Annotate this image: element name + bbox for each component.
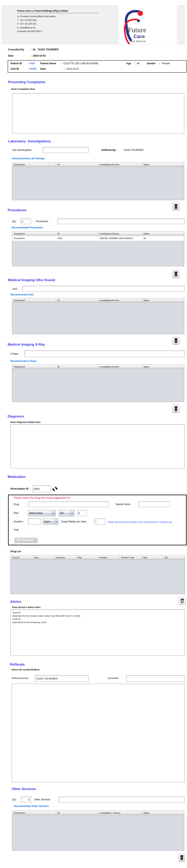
meal-timing-select[interactable]: Before Meal ▼ [28, 510, 56, 516]
delete-lab-button[interactable]: ↺ [173, 203, 179, 211]
procedures-table-body: Procedures 1555 DENTAL-CERAMIC ZIRCONIUM… [12, 236, 184, 266]
column-header[interactable]: ID [56, 162, 98, 166]
column-header[interactable]: ID [56, 811, 98, 815]
reffering-doctor-input[interactable] [35, 675, 88, 682]
delete-procedures-button[interactable]: ↺ [173, 270, 179, 278]
complaints-textarea[interactable] [12, 93, 184, 133]
procedures-input[interactable] [58, 219, 185, 224]
column-header[interactable]: Investigation/Service [98, 365, 142, 369]
visit-date-label: Date [40, 67, 46, 70]
company-address: Le Chainter,Victoria,Mahe,Seychelles [17, 14, 99, 18]
section-title-presenting-complaints: Presenting Complaints [8, 80, 45, 84]
consultant-input[interactable] [126, 675, 185, 682]
section-title-ultrasound: Medical Imaging Ultra Sound [8, 278, 55, 282]
referred-by-value: TAZIO TOURNIER [123, 149, 144, 151]
uss-label: USS : [12, 287, 18, 290]
duration-input[interactable] [28, 519, 41, 525]
delete-other-button[interactable]: ↺ [179, 854, 185, 862]
procedures-qty-input[interactable] [21, 219, 31, 224]
column-header[interactable]: Note [141, 555, 163, 559]
recommended-xray-link[interactable]: Recommended X-Rays [10, 360, 37, 363]
column-header[interactable]: Status [142, 231, 184, 236]
procedures-table: Department ID Investigation/Service Stat… [12, 231, 184, 266]
drug-list-body [11, 560, 185, 594]
advice-textarea[interactable]: Tooth 46 Impression for the ceramic crow… [10, 610, 185, 655]
column-header[interactable]: Way [76, 555, 98, 559]
procedures-label: Procedures : [36, 220, 49, 223]
column-header[interactable]: Qty [163, 555, 185, 559]
lab-investigation-input[interactable] [43, 147, 89, 153]
column-header[interactable]: Status [142, 365, 184, 369]
column-header[interactable]: Department [12, 298, 56, 302]
column-header[interactable]: Duration [98, 555, 119, 559]
recommended-procedures-link[interactable]: Recommended Procedures [12, 226, 43, 229]
logo-word-care: Care [134, 34, 145, 39]
column-header[interactable]: Department [12, 162, 56, 166]
column-header[interactable]: Status [142, 298, 184, 302]
times-per-day-input[interactable] [77, 510, 86, 516]
colon: : [26, 528, 26, 531]
xray-input[interactable] [25, 351, 185, 357]
column-header[interactable]: Department [12, 811, 56, 815]
plus-icon: + [17, 538, 21, 542]
other-qty-input[interactable] [21, 797, 32, 803]
column-header[interactable]: Investigation/Service [98, 162, 142, 166]
recommended-lab-link[interactable]: Recommended Lab Testings [12, 157, 45, 160]
age-label: Age [126, 62, 131, 65]
colon: : [28, 62, 29, 65]
column-header[interactable]: Investigation/Service [98, 231, 142, 236]
add-drug-button[interactable]: + Add Drug [14, 537, 38, 543]
chevron-down-icon: ▼ [54, 519, 58, 524]
refresh-prescription-button[interactable] [51, 486, 58, 492]
frequency-select[interactable]: OD ▼ [59, 510, 74, 516]
other-table-header: Department ID Investigation / Service St… [12, 811, 184, 815]
table-row[interactable]: Procedures 1555 DENTAL-CERAMIC ZIRCONIUM… [12, 236, 184, 241]
logo-word-future: Future [128, 26, 146, 34]
drug-selection-warning: Please select the Drug from Drug suggess… [14, 496, 70, 499]
drug-input[interactable] [28, 501, 109, 507]
column-header[interactable]: Fequency [54, 555, 76, 559]
column-header[interactable]: Investigation/Service [98, 298, 142, 302]
section-title-procedures: Procedures [8, 208, 27, 212]
section-title-medication: Medication [8, 475, 26, 479]
prescription-id-input[interactable] [33, 486, 51, 492]
per-meal-input[interactable] [94, 519, 105, 525]
uss-table: Department ID Investigation/Service Stat… [12, 298, 184, 334]
column-header[interactable]: Duration Type [119, 555, 141, 559]
recommended-other-link[interactable]: Recommended Other Services [14, 805, 49, 808]
duration-unit-select[interactable]: Day/s ▼ [43, 519, 58, 525]
column-header[interactable]: Drug ID [11, 555, 32, 559]
refferal-list-box[interactable] [12, 684, 185, 782]
other-qty-label: Qty : [12, 798, 17, 801]
gender-value: Female [162, 62, 170, 65]
column-header[interactable]: Department [12, 365, 56, 369]
age-value: 49 [137, 62, 139, 65]
column-header[interactable]: Investigation / Service [98, 811, 142, 815]
consultation-form-page: Future Care by Future Holdings (Pty) Lim… [0, 0, 187, 868]
delete-advice-button[interactable] [179, 597, 186, 604]
uss-input[interactable] [23, 286, 185, 292]
complaints-hint-label: Enter Complaints Here [11, 88, 35, 90]
chevron-down-icon: ▼ [52, 510, 55, 516]
trash-icon: ↺ [180, 855, 184, 860]
lab-investigation-label: Lab Investingation : [12, 149, 33, 151]
diagnosis-textarea[interactable] [10, 424, 185, 468]
drug-label: Drug [14, 503, 19, 506]
column-header[interactable]: Status [142, 811, 184, 815]
recommended-uss-link[interactable]: Recommended USS [10, 293, 33, 296]
lab-table: Department ID Investigation/Service Stat… [12, 162, 184, 200]
delete-xray-button[interactable]: ↺ [173, 405, 179, 413]
other-services-input[interactable] [59, 797, 185, 803]
procedures-table-header: Department ID Investigation/Service Stat… [12, 231, 184, 236]
column-header[interactable]: ID [56, 365, 98, 369]
special-notes-input[interactable] [138, 501, 170, 507]
cell-department: Procedures [12, 237, 56, 240]
column-header[interactable]: Status [142, 162, 184, 166]
column-header[interactable]: ID [56, 298, 98, 302]
column-header[interactable]: Drug [32, 555, 54, 559]
colon: : [134, 503, 135, 506]
column-header[interactable]: Department [12, 231, 56, 236]
diagnosis-hint-label: Enter Diagnosis Details Here [10, 421, 41, 423]
delete-uss-button[interactable]: ↺ [173, 337, 179, 345]
column-header[interactable]: ID [56, 231, 98, 236]
